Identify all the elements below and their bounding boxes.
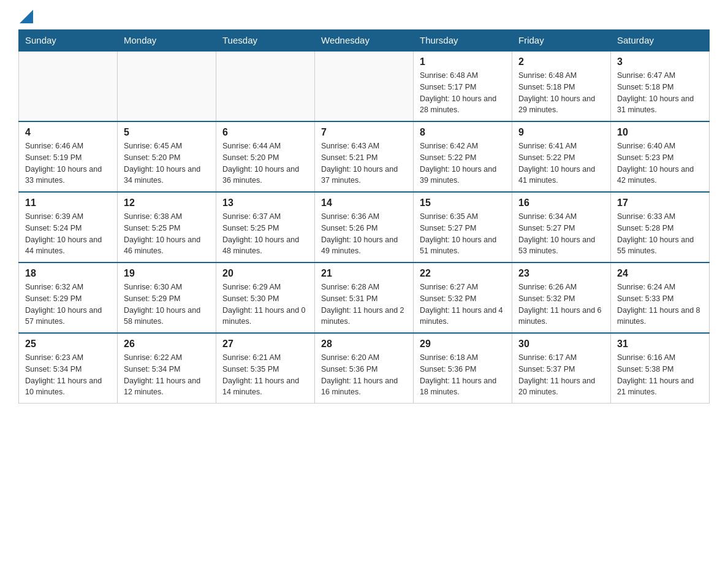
week-row-5: 25Sunrise: 6:23 AMSunset: 5:34 PMDayligh… [19,333,710,404]
day-info: Sunrise: 6:17 AMSunset: 5:37 PMDaylight:… [518,352,604,398]
calendar-cell: 22Sunrise: 6:27 AMSunset: 5:32 PMDayligh… [414,262,512,333]
calendar-cell: 19Sunrise: 6:30 AMSunset: 5:29 PMDayligh… [118,262,216,333]
day-number: 30 [518,339,604,350]
day-number: 27 [222,339,308,350]
calendar-cell: 14Sunrise: 6:36 AMSunset: 5:26 PMDayligh… [315,192,414,262]
calendar-cell: 18Sunrise: 6:32 AMSunset: 5:29 PMDayligh… [19,262,118,333]
day-info: Sunrise: 6:21 AMSunset: 5:35 PMDaylight:… [222,352,308,398]
day-info: Sunrise: 6:33 AMSunset: 5:28 PMDaylight:… [617,211,703,257]
day-info: Sunrise: 6:26 AMSunset: 5:32 PMDaylight:… [518,282,604,327]
day-info: Sunrise: 6:47 AMSunset: 5:18 PMDaylight:… [617,70,703,116]
day-number: 29 [420,339,506,350]
day-info: Sunrise: 6:27 AMSunset: 5:32 PMDaylight:… [420,282,506,327]
calendar-cell [315,51,414,121]
day-number: 16 [518,197,604,209]
calendar-cell [118,51,216,121]
day-info: Sunrise: 6:48 AMSunset: 5:17 PMDaylight:… [420,70,506,116]
day-info: Sunrise: 6:38 AMSunset: 5:25 PMDaylight:… [124,211,210,257]
calendar-cell: 17Sunrise: 6:33 AMSunset: 5:28 PMDayligh… [611,192,710,262]
header [18,12,710,23]
weekday-header-row: SundayMondayTuesdayWednesdayThursdayFrid… [19,30,710,52]
day-number: 14 [321,197,407,209]
day-info: Sunrise: 6:39 AMSunset: 5:24 PMDaylight:… [25,211,111,257]
day-info: Sunrise: 6:35 AMSunset: 5:27 PMDaylight:… [420,211,506,257]
calendar-cell: 7Sunrise: 6:43 AMSunset: 5:21 PMDaylight… [315,121,414,192]
day-number: 23 [518,268,604,279]
day-info: Sunrise: 6:46 AMSunset: 5:19 PMDaylight:… [25,140,111,186]
day-number: 11 [25,197,111,209]
calendar-cell: 1Sunrise: 6:48 AMSunset: 5:17 PMDaylight… [414,51,512,121]
day-number: 31 [617,339,703,350]
day-number: 4 [25,127,111,138]
day-info: Sunrise: 6:43 AMSunset: 5:21 PMDaylight:… [321,140,407,186]
calendar-cell: 11Sunrise: 6:39 AMSunset: 5:24 PMDayligh… [19,192,118,262]
weekday-header-monday: Monday [118,30,216,52]
day-number: 5 [124,127,210,138]
day-info: Sunrise: 6:36 AMSunset: 5:26 PMDaylight:… [321,211,407,257]
day-number: 21 [321,268,407,279]
day-info: Sunrise: 6:23 AMSunset: 5:34 PMDaylight:… [25,352,111,398]
day-number: 26 [124,339,210,350]
calendar-cell: 15Sunrise: 6:35 AMSunset: 5:27 PMDayligh… [414,192,512,262]
day-info: Sunrise: 6:37 AMSunset: 5:25 PMDaylight:… [222,211,308,257]
calendar-cell: 30Sunrise: 6:17 AMSunset: 5:37 PMDayligh… [512,333,611,404]
logo [18,12,33,23]
calendar-cell: 9Sunrise: 6:41 AMSunset: 5:22 PMDaylight… [512,121,611,192]
day-info: Sunrise: 6:20 AMSunset: 5:36 PMDaylight:… [321,352,407,398]
calendar-cell: 13Sunrise: 6:37 AMSunset: 5:25 PMDayligh… [216,192,315,262]
calendar-cell: 20Sunrise: 6:29 AMSunset: 5:30 PMDayligh… [216,262,315,333]
day-number: 24 [617,268,703,279]
calendar-cell: 27Sunrise: 6:21 AMSunset: 5:35 PMDayligh… [216,333,315,404]
calendar-cell: 8Sunrise: 6:42 AMSunset: 5:22 PMDaylight… [414,121,512,192]
day-info: Sunrise: 6:34 AMSunset: 5:27 PMDaylight:… [518,211,604,257]
week-row-3: 11Sunrise: 6:39 AMSunset: 5:24 PMDayligh… [19,192,710,262]
day-number: 1 [420,56,506,67]
day-number: 2 [518,56,604,67]
day-info: Sunrise: 6:42 AMSunset: 5:22 PMDaylight:… [420,140,506,186]
day-number: 28 [321,339,407,350]
logo-triangle-icon [20,10,33,23]
day-number: 22 [420,268,506,279]
calendar-cell: 29Sunrise: 6:18 AMSunset: 5:36 PMDayligh… [414,333,512,404]
day-number: 7 [321,127,407,138]
day-number: 12 [124,197,210,209]
weekday-header-saturday: Saturday [611,30,710,52]
calendar-cell: 23Sunrise: 6:26 AMSunset: 5:32 PMDayligh… [512,262,611,333]
day-info: Sunrise: 6:45 AMSunset: 5:20 PMDaylight:… [124,140,210,186]
day-info: Sunrise: 6:44 AMSunset: 5:20 PMDaylight:… [222,140,308,186]
weekday-header-friday: Friday [512,30,611,52]
day-info: Sunrise: 6:30 AMSunset: 5:29 PMDaylight:… [124,282,210,327]
calendar: SundayMondayTuesdayWednesdayThursdayFrid… [18,29,710,404]
day-info: Sunrise: 6:29 AMSunset: 5:30 PMDaylight:… [222,282,308,327]
day-info: Sunrise: 6:16 AMSunset: 5:38 PMDaylight:… [617,352,703,398]
weekday-header-wednesday: Wednesday [315,30,414,52]
calendar-cell: 6Sunrise: 6:44 AMSunset: 5:20 PMDaylight… [216,121,315,192]
calendar-cell: 28Sunrise: 6:20 AMSunset: 5:36 PMDayligh… [315,333,414,404]
day-number: 6 [222,127,308,138]
day-number: 13 [222,197,308,209]
week-row-1: 1Sunrise: 6:48 AMSunset: 5:17 PMDaylight… [19,51,710,121]
day-info: Sunrise: 6:48 AMSunset: 5:18 PMDaylight:… [518,70,604,116]
calendar-cell: 12Sunrise: 6:38 AMSunset: 5:25 PMDayligh… [118,192,216,262]
calendar-cell: 4Sunrise: 6:46 AMSunset: 5:19 PMDaylight… [19,121,118,192]
calendar-cell: 2Sunrise: 6:48 AMSunset: 5:18 PMDaylight… [512,51,611,121]
weekday-header-thursday: Thursday [414,30,512,52]
day-info: Sunrise: 6:22 AMSunset: 5:34 PMDaylight:… [124,352,210,398]
calendar-cell: 25Sunrise: 6:23 AMSunset: 5:34 PMDayligh… [19,333,118,404]
day-info: Sunrise: 6:40 AMSunset: 5:23 PMDaylight:… [617,140,703,186]
calendar-cell: 16Sunrise: 6:34 AMSunset: 5:27 PMDayligh… [512,192,611,262]
calendar-cell: 26Sunrise: 6:22 AMSunset: 5:34 PMDayligh… [118,333,216,404]
calendar-cell: 21Sunrise: 6:28 AMSunset: 5:31 PMDayligh… [315,262,414,333]
calendar-cell: 31Sunrise: 6:16 AMSunset: 5:38 PMDayligh… [611,333,710,404]
calendar-cell: 5Sunrise: 6:45 AMSunset: 5:20 PMDaylight… [118,121,216,192]
weekday-header-tuesday: Tuesday [216,30,315,52]
day-number: 17 [617,197,703,209]
day-info: Sunrise: 6:24 AMSunset: 5:33 PMDaylight:… [617,282,703,327]
calendar-cell [19,51,118,121]
day-info: Sunrise: 6:41 AMSunset: 5:22 PMDaylight:… [518,140,604,186]
calendar-cell: 3Sunrise: 6:47 AMSunset: 5:18 PMDaylight… [611,51,710,121]
day-info: Sunrise: 6:28 AMSunset: 5:31 PMDaylight:… [321,282,407,327]
day-number: 20 [222,268,308,279]
day-info: Sunrise: 6:18 AMSunset: 5:36 PMDaylight:… [420,352,506,398]
svg-marker-0 [20,10,33,23]
